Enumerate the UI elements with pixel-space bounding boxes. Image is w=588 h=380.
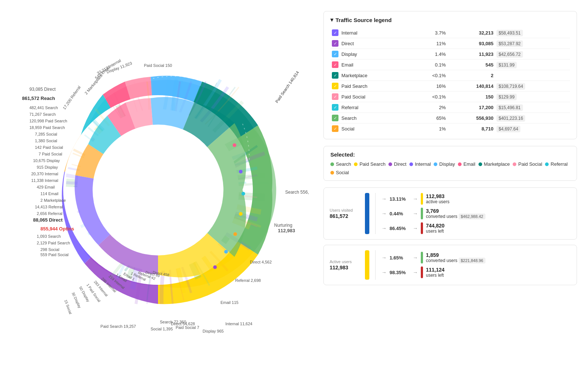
selected-tag[interactable]: Email (458, 161, 476, 167)
stat-row: → 13.11% → 112,983 active users (381, 193, 571, 205)
chord-panel: Paid Search 140,814 Search 556,930 Nurtu… (0, 0, 316, 380)
stat-bar-line (421, 222, 423, 234)
svg-text:Nurturing: Nurturing (274, 223, 292, 228)
legend-row[interactable]: ✓ Direct 11% 93,085 $53,287.92 (330, 38, 570, 49)
svg-text:30 Display: 30 Display (71, 291, 82, 309)
stat-label: Active users112,983 (330, 250, 359, 280)
svg-text:1,093 Search: 1,093 Search (37, 234, 61, 239)
stat-rows: → 13.11% → 112,983 active users → 0.44% … (381, 193, 571, 234)
stat-desc: 112,983 active users (426, 193, 449, 204)
stat-row: → 86.45% → 744,820 users left (381, 222, 571, 234)
svg-text:Email 115: Email 115 (220, 300, 239, 305)
selected-tag[interactable]: Search (330, 161, 351, 167)
legend-section: ▾ Traffic Source legend ✓ Internal 3.7% … (323, 11, 577, 139)
selected-tag[interactable]: Social (330, 170, 349, 175)
legend-row[interactable]: ✓ Email 0.1% 545 $131.99 (330, 60, 570, 70)
svg-text:2,129 Paid Search: 2,129 Paid Search (37, 241, 70, 245)
svg-text:Search 556,930: Search 556,930 (285, 190, 309, 195)
stat-desc: 1,859 converted users $221,848.96 (426, 252, 485, 263)
legend-row[interactable]: ✓ Marketplace <0.1% 2 (330, 70, 570, 81)
svg-text:Internal 11,624: Internal 11,624 (225, 322, 252, 326)
stat-block-1: Active users112,983 → 1.65% → 1,859 conv… (323, 245, 577, 285)
svg-text:142 Paid Social: 142 Paid Social (35, 145, 63, 150)
selected-tag[interactable]: Internal (409, 161, 431, 167)
legend-row[interactable]: ✓ Search 65% 556,930 $401,223.16 (330, 113, 570, 123)
stat-rows: → 1.65% → 1,859 converted users $221,848… (381, 250, 571, 280)
stat-bar (365, 250, 369, 280)
svg-point-62 (239, 212, 243, 216)
svg-point-60 (239, 170, 243, 173)
svg-text:112,983: 112,983 (278, 228, 295, 233)
stat-bar-line (421, 266, 423, 278)
stat-bar-line (421, 252, 423, 264)
selected-tag[interactable]: Display (434, 161, 455, 167)
stats-section: Users visited861,572 → 13.11% → 112,983 … (323, 187, 577, 285)
svg-text:915 Display: 915 Display (37, 165, 58, 169)
legend-row[interactable]: ✓ Internal 3.7% 32,213 $58,493.51 (330, 28, 570, 38)
right-panel: ▾ Traffic Source legend ✓ Internal 3.7% … (316, 0, 588, 380)
svg-text:120,998 Paid Search: 120,998 Paid Search (29, 119, 67, 123)
svg-point-0 (93, 125, 223, 255)
selected-tag[interactable]: Direct (388, 161, 406, 167)
svg-text:Social 1,395: Social 1,395 (151, 327, 173, 331)
stat-label: Users visited861,572 (330, 193, 359, 234)
svg-point-59 (233, 143, 236, 147)
svg-text:482,441 Search: 482,441 Search (29, 105, 58, 110)
legend-row[interactable]: ✓ Referral 2% 17,200 $15,496.81 (330, 102, 570, 113)
svg-text:88,065 Direct: 88,065 Direct (33, 217, 63, 223)
svg-text:Direct 4,562: Direct 4,562 (250, 260, 272, 264)
svg-point-64 (224, 250, 228, 254)
svg-text:14,413 Referral: 14,413 Referral (35, 205, 63, 209)
legend-title: ▾ Traffic Source legend (330, 17, 570, 23)
selected-tag[interactable]: Marketplace (478, 161, 510, 167)
svg-text:7 Paid Social: 7 Paid Social (39, 152, 62, 156)
svg-text:Direct 54,628: Direct 54,628 (171, 322, 195, 326)
svg-text:114 Email: 114 Email (40, 191, 58, 196)
svg-text:Referral 2,698: Referral 2,698 (235, 278, 261, 283)
chord-diagram: Paid Search 140,814 Search 556,930 Nurtu… (7, 14, 309, 366)
svg-text:17,200 Referral: 17,200 Referral (62, 85, 81, 110)
svg-text:2 Marketplace: 2 Marketplace (84, 73, 104, 96)
legend-collapse-icon[interactable]: ▾ (330, 17, 333, 23)
legend-table: ✓ Internal 3.7% 32,213 $58,493.51 ✓ Dire… (330, 28, 570, 134)
stat-desc: 3,769 converted users $462,988.42 (426, 208, 485, 219)
svg-text:10,675 Display: 10,675 Display (33, 158, 60, 163)
svg-text:1,380 Social: 1,380 Social (35, 139, 57, 143)
svg-text:11,338 Internal: 11,338 Internal (31, 178, 58, 183)
svg-text:18,959 Paid Search: 18,959 Paid Search (29, 125, 65, 130)
svg-point-61 (241, 192, 245, 196)
svg-text:855,944 Optins: 855,944 Optins (40, 226, 74, 232)
svg-text:2,656 Referral: 2,656 Referral (37, 211, 62, 216)
svg-text:Display 965: Display 965 (202, 329, 223, 333)
chord-svg: Paid Search 140,814 Search 556,930 Nurtu… (7, 14, 309, 366)
svg-text:2 Marketplace: 2 Marketplace (40, 198, 66, 202)
legend-row[interactable]: ✓ Paid Search 16% 140,814 $108,719.64 (330, 81, 570, 92)
legend-row[interactable]: ✓ Paid Social <0.1% 150 $129.99 (330, 92, 570, 102)
stat-row: → 0.44% → 3,769 converted users $462,988… (381, 208, 571, 219)
selected-tags: SearchPaid SearchDirectInternalDisplayEm… (330, 161, 570, 175)
stat-row: → 1.65% → 1,859 converted users $221,848… (381, 252, 571, 264)
svg-text:559 Paid Social: 559 Paid Social (40, 252, 68, 257)
svg-text:93,085 Direct: 93,085 Direct (29, 87, 56, 92)
stat-desc: 744,820 users left (426, 223, 445, 234)
svg-text:Paid Search 19,257: Paid Search 19,257 (100, 324, 136, 329)
svg-text:429 Email: 429 Email (37, 185, 55, 189)
selected-title: Selected: (330, 151, 570, 158)
selected-section: Selected: SearchPaid SearchDirectInterna… (323, 146, 577, 181)
selected-tag[interactable]: Referral (545, 161, 567, 167)
svg-text:Paid Social 150: Paid Social 150 (144, 63, 172, 68)
svg-text:Paid Search 140,814: Paid Search 140,814 (275, 70, 300, 104)
stat-block-0: Users visited861,572 → 13.11% → 112,983 … (323, 187, 577, 240)
legend-row[interactable]: ✓ Display 1.4% 11,923 $42,656.72 (330, 49, 570, 60)
svg-text:861,572 Reach: 861,572 Reach (22, 96, 55, 101)
svg-text:298 Social: 298 Social (40, 247, 59, 252)
legend-row[interactable]: ✓ Social 1% 8,710 $4,697.64 (330, 123, 570, 134)
stat-row: → 98.35% → 111,124 users left (381, 266, 571, 278)
svg-text:7,285 Social: 7,285 Social (35, 132, 57, 136)
stat-bar (365, 193, 369, 234)
selected-tag[interactable]: Paid Search (354, 161, 386, 167)
svg-point-63 (233, 232, 237, 236)
stat-bar-line (421, 193, 423, 205)
svg-text:20,370 Internal: 20,370 Internal (31, 172, 58, 176)
selected-tag[interactable]: Paid Social (513, 161, 542, 167)
